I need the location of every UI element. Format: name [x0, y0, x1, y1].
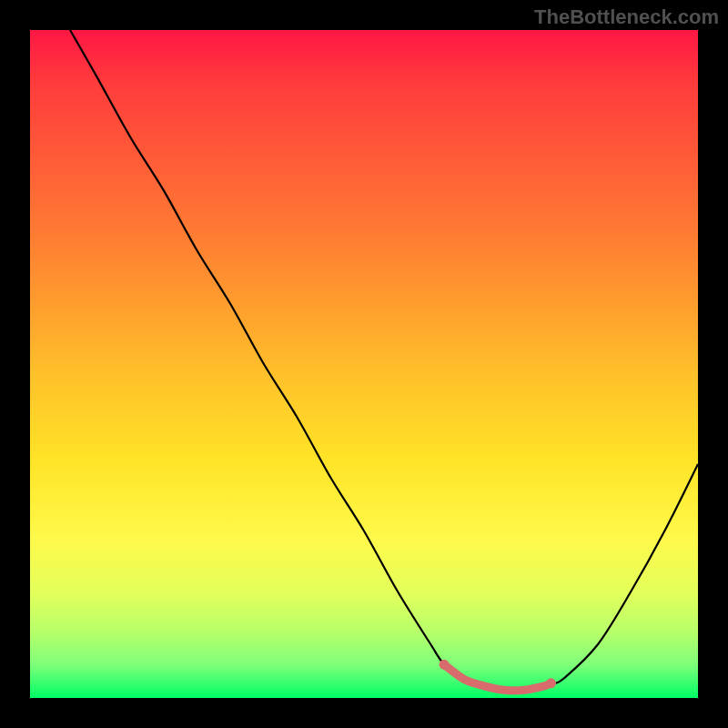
- svg-point-0: [440, 660, 450, 670]
- chart-svg: [30, 30, 698, 698]
- bottleneck-curve-line: [70, 30, 698, 693]
- plot-area: [30, 30, 698, 698]
- watermark-text: TheBottleneck.com: [534, 5, 719, 29]
- svg-point-1: [546, 678, 556, 688]
- optimal-zone-highlight: [440, 660, 556, 691]
